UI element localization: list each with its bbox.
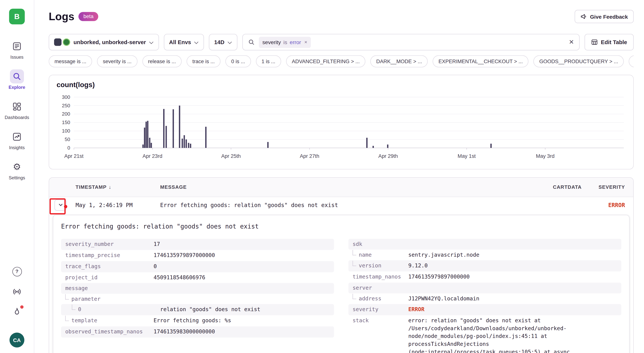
broadcast-icon[interactable] xyxy=(12,286,22,297)
expand-row-button[interactable] xyxy=(54,199,66,210)
detail-key: severity xyxy=(352,306,408,313)
chart-bar xyxy=(142,144,144,148)
tree-connector xyxy=(352,261,356,266)
chevron-down-icon xyxy=(194,40,198,44)
detail-row: timestamp_nanos1746135979897000000 xyxy=(348,271,621,283)
detail-key: name xyxy=(352,251,408,258)
filter-chip[interactable]: GOODS__PRODUCTQUERY > ... xyxy=(534,56,624,68)
filter-chip[interactable]: 1 is ... xyxy=(256,56,281,68)
project-selector[interactable]: unborked, unborked-server xyxy=(49,34,159,51)
x-axis-tick-label: May 3rd xyxy=(536,153,554,159)
org-logo[interactable]: B xyxy=(9,9,25,24)
log-detail-panel: Error fetching goods: relation "goods" d… xyxy=(53,215,630,353)
timestamp-header-label: TIMESTAMP xyxy=(76,184,107,190)
chart-bar xyxy=(163,109,164,148)
sidebar-item-issues[interactable]: Issues xyxy=(10,39,24,59)
sidebar-item-settings[interactable]: ⚙ Settings xyxy=(9,160,25,180)
log-severity: ERROR xyxy=(582,202,633,208)
detail-row: timestamp_precise1746135979897000000 xyxy=(61,250,334,261)
clear-search-icon[interactable]: ✕ xyxy=(569,39,574,46)
help-icon[interactable]: ? xyxy=(12,266,22,277)
y-axis-tick-label: 250 xyxy=(62,103,70,108)
tree-connector xyxy=(65,316,69,321)
detail-row: message xyxy=(61,283,334,294)
detail-column-right: sdknamesentry.javascript.nodeversion9.12… xyxy=(348,239,621,353)
detail-row: addressJ12PWN42YQ.localdomain xyxy=(348,293,621,304)
user-avatar[interactable]: CA xyxy=(10,333,24,347)
give-feedback-label: Give Feedback xyxy=(590,14,628,20)
column-header-cartdata[interactable]: CARTDATA xyxy=(520,184,582,190)
x-axis-tick-label: Apr 27th xyxy=(300,153,319,159)
search-input[interactable]: severity is error × ✕ xyxy=(242,34,580,51)
edit-table-label: Edit Table xyxy=(601,39,627,45)
sidebar-item-explore[interactable]: Explore xyxy=(9,69,25,90)
filter-chip[interactable]: EXPERIMENTAL__CHECKOUT > ... xyxy=(433,56,529,68)
log-table-row[interactable]: May 1, 2:46:19 PM Error fetching goods: … xyxy=(49,197,633,213)
detail-key: version xyxy=(352,262,408,269)
chart-title: count(logs) xyxy=(56,81,626,89)
chart-bar xyxy=(188,143,189,148)
token-operator: is xyxy=(284,39,287,45)
y-axis-tick-label: 50 xyxy=(65,137,70,142)
chart-bar xyxy=(372,146,374,148)
chart-bar xyxy=(147,121,148,148)
whats-new-flame-icon[interactable] xyxy=(12,307,22,317)
detail-key: server xyxy=(352,284,408,291)
insights-icon xyxy=(10,130,24,144)
sidebar-item-insights[interactable]: Insights xyxy=(9,130,25,150)
detail-key: message xyxy=(65,285,154,292)
column-header-message[interactable]: MESSAGE xyxy=(160,184,520,190)
filter-chip[interactable]: DARK__MODE > ... xyxy=(370,56,428,68)
x-axis-tick-label: Apr 25th xyxy=(221,153,241,159)
detail-key: severity_number xyxy=(65,240,154,248)
date-range-selector[interactable]: 14D xyxy=(209,34,237,51)
detail-key: observed_timestamp_nanos xyxy=(65,328,154,335)
detail-row: templateError fetching goods: %s xyxy=(61,315,334,326)
sort-desc-icon: ↓ xyxy=(109,184,111,190)
x-axis-tick-label: Apr 29th xyxy=(378,153,398,159)
detail-key: 0 xyxy=(65,306,160,313)
tree-connector xyxy=(65,294,69,299)
logs-chart[interactable]: 050100150200250300Apr 21stApr 23rdApr 25… xyxy=(56,92,626,163)
detail-key: stack xyxy=(352,317,408,324)
filter-chip[interactable]: severity is ... xyxy=(97,56,137,68)
token-key: severity xyxy=(262,39,281,45)
give-feedback-button[interactable]: Give Feedback xyxy=(575,10,634,23)
detail-row: observed_timestamp_nanos1746135983000000… xyxy=(61,326,334,337)
chevron-down-icon xyxy=(149,40,153,44)
filter-chip[interactable]: release is ... xyxy=(142,56,182,68)
edit-table-button[interactable]: Edit Table xyxy=(585,34,634,51)
page-header: Logs beta Give Feedback xyxy=(49,7,634,26)
search-token[interactable]: severity is error × xyxy=(259,37,311,48)
chevron-down-icon xyxy=(58,202,64,208)
table-icon xyxy=(592,39,598,46)
chart-bar xyxy=(190,144,191,148)
detail-value: sentry.javascript.node xyxy=(408,251,479,259)
see-full-list-chip[interactable]: See full list xyxy=(629,56,634,68)
x-axis-tick-label: Apr 21st xyxy=(64,153,84,159)
logs-chart-panel: count(logs) 050100150200250300Apr 21stAp… xyxy=(49,75,634,170)
detail-row: parameter xyxy=(61,294,334,304)
detail-key: timestamp_precise xyxy=(65,251,154,259)
sidebar-nav: Issues Explore Dashboards xyxy=(5,39,29,180)
filter-chip-row: message is ...severity is ...release is … xyxy=(49,56,634,68)
filter-chip[interactable]: trace is ... xyxy=(186,56,220,68)
gear-icon: ⚙ xyxy=(10,160,24,174)
chart-bar xyxy=(184,135,185,148)
sidebar-item-dashboards[interactable]: Dashboards xyxy=(5,100,29,120)
filter-chip[interactable]: ADVANCED_FILTERING > ... xyxy=(286,56,366,68)
page-title: Logs xyxy=(49,10,74,23)
detail-key: template xyxy=(65,317,154,324)
column-header-severity[interactable]: SEVERITY xyxy=(582,184,633,190)
detail-value: 17 xyxy=(154,240,160,248)
environment-selector[interactable]: All Envs xyxy=(164,34,204,51)
detail-key: address xyxy=(352,295,408,302)
detail-row: version9.12.0 xyxy=(348,260,621,271)
filter-chip[interactable]: message is ... xyxy=(49,56,92,68)
sidebar-item-label: Settings xyxy=(9,175,25,180)
chart-bar xyxy=(149,138,150,148)
column-header-timestamp[interactable]: TIMESTAMP ↓ xyxy=(76,184,160,190)
filter-chip[interactable]: 0 is ... xyxy=(226,56,251,68)
token-remove-icon[interactable]: × xyxy=(304,39,307,45)
detail-value: 1746135979897000000 xyxy=(408,273,470,281)
